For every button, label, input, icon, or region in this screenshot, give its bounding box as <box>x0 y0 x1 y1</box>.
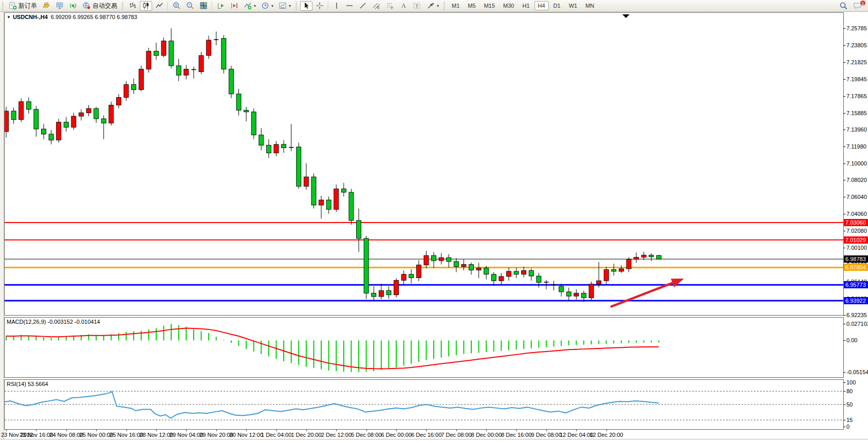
candle-body <box>132 85 136 90</box>
horizontal-line-button[interactable] <box>343 1 356 11</box>
trend-arrow-shaft <box>611 282 675 307</box>
candle-body <box>634 257 639 259</box>
price-axis-tick: 7.11980 <box>846 143 866 150</box>
candle-body <box>416 265 421 278</box>
signals-button[interactable] <box>67 1 79 11</box>
candle-body <box>491 274 496 281</box>
candle-body <box>604 270 608 281</box>
one-click-trading-toggle[interactable]: ▼ <box>7 15 11 20</box>
date-axis-tick <box>186 430 187 431</box>
candle-body <box>274 144 279 153</box>
dropdown-caret: ▾ <box>271 4 273 8</box>
rsi-label: RSI(14) 53.5664 <box>7 381 48 387</box>
zoom-out-icon <box>186 2 194 10</box>
timeframe-m5[interactable]: M5 <box>464 1 479 10</box>
timeframe-d1[interactable]: D1 <box>550 1 564 10</box>
autotrading-button[interactable]: 自动交易 <box>80 1 119 11</box>
candle-body <box>499 277 504 281</box>
price-chart-canvas[interactable] <box>5 13 843 315</box>
crosshair-icon <box>316 2 324 10</box>
candle-body <box>94 108 99 119</box>
date-axis-tick <box>546 430 547 431</box>
templates-icon <box>279 2 287 10</box>
macd-label: MACD(12,26,9) -0.003152 -0.010414 <box>7 319 100 325</box>
rsi-canvas[interactable] <box>5 380 843 429</box>
zoom-in-button[interactable] <box>171 1 183 11</box>
candle-body <box>386 290 391 294</box>
indicators-button[interactable]: ▾ <box>242 1 258 11</box>
candle-body <box>282 144 286 148</box>
candle-body <box>169 41 174 66</box>
timeframe-w1[interactable]: W1 <box>565 1 581 10</box>
line-price-label: 6.93922 <box>844 297 868 304</box>
candle-body <box>19 102 24 120</box>
date-axis-tick <box>396 430 397 431</box>
periods-button[interactable]: ▾ <box>259 1 275 11</box>
timeframe-mn[interactable]: MN <box>582 1 598 10</box>
auto-scroll-button[interactable] <box>215 1 227 11</box>
arrows-button[interactable]: ▾ <box>424 1 441 11</box>
new-order-button[interactable]: 新订单 <box>7 1 39 11</box>
equidistant-channel-button[interactable]: E <box>370 1 383 11</box>
date-axis-label: 29 Nov 04:00 <box>170 432 203 438</box>
candle-body <box>394 280 399 294</box>
candle-body <box>229 69 233 94</box>
candle-body <box>656 255 661 259</box>
candle-body <box>26 102 31 109</box>
price-axis-tick: 7.19845 <box>846 76 867 82</box>
ohlc-values: 6.99209 6.99265 6.98770 6.98783 <box>51 14 137 20</box>
candle-body <box>116 97 121 105</box>
crosshair-button[interactable] <box>313 1 326 11</box>
virtual-hosting-button[interactable] <box>53 1 66 11</box>
fibonacci-retracement-button[interactable]: F <box>384 1 397 11</box>
vertical-line-button[interactable] <box>331 1 342 11</box>
toolbar-grip <box>2 2 4 10</box>
macd-canvas[interactable] <box>5 318 843 377</box>
timeframe-m15[interactable]: M15 <box>481 1 498 10</box>
candle-body <box>57 122 61 140</box>
timeframe-m30[interactable]: M30 <box>500 1 518 10</box>
tile-windows-button[interactable] <box>197 1 210 11</box>
text-button[interactable]: A <box>398 1 410 11</box>
metatrader-window: 新订单 <box>0 0 868 442</box>
periods-clock-icon <box>261 2 269 10</box>
candle-body <box>349 192 354 220</box>
text-label-icon: T <box>413 2 421 10</box>
date-axis-label: 24 Nov 08:00 <box>49 432 83 438</box>
rsi-axis-tick: 50 <box>846 401 853 408</box>
indicators-icon <box>244 2 252 10</box>
macd-axis-tick: 0.027103 <box>846 321 868 327</box>
autotrading-icon <box>82 2 91 10</box>
templates-button[interactable]: ▾ <box>276 1 293 11</box>
line-chart-button[interactable] <box>153 1 165 11</box>
text-label-button[interactable]: T <box>411 1 423 11</box>
candle-body <box>597 281 601 284</box>
macd-signal-line <box>6 328 659 369</box>
candle-body <box>207 40 211 56</box>
timeframe-m1[interactable]: M1 <box>448 1 463 10</box>
market-button[interactable] <box>40 1 52 11</box>
candle-body <box>476 268 481 270</box>
community-chat-button[interactable]: 1 <box>851 1 864 11</box>
date-axis-label: 12 Dec 04:00 <box>560 432 593 438</box>
date-axis-label: 23 Nov 16:00 <box>20 432 53 438</box>
bar-chart-button[interactable] <box>126 1 139 11</box>
search-button[interactable] <box>837 1 850 11</box>
candlestick-chart-button[interactable] <box>140 1 152 11</box>
date-axis-label: 30 Nov 12:00 <box>230 432 263 438</box>
candle-body <box>139 69 143 90</box>
tile-windows-icon <box>199 2 208 10</box>
candle-body <box>259 135 264 145</box>
date-axis-tick <box>216 430 217 431</box>
cursor-button[interactable] <box>300 1 312 11</box>
trendline-button[interactable] <box>357 1 369 11</box>
timeframe-h4[interactable]: H4 <box>534 1 549 10</box>
toolbar-separator <box>328 1 329 10</box>
zoom-out-button[interactable] <box>184 1 196 11</box>
toolbar-separator <box>212 1 213 10</box>
chart-shift-button[interactable] <box>228 1 241 11</box>
toolbar-grip <box>122 2 123 10</box>
line-price-label: 7.03060 <box>844 219 868 226</box>
symbol-period: USDCNH-,H4 <box>13 14 48 20</box>
timeframe-h1[interactable]: H1 <box>519 1 533 10</box>
